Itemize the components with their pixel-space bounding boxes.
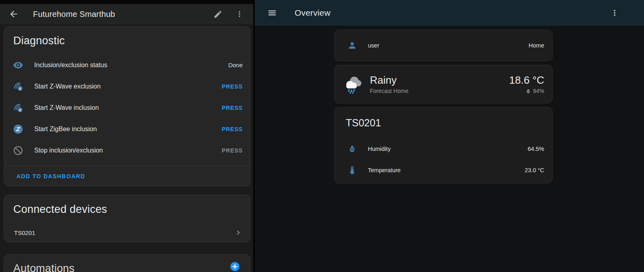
- dashboard-overflow-menu-button[interactable]: [609, 7, 620, 19]
- pencil-icon: [213, 10, 223, 19]
- automations-card: Automations: [4, 254, 250, 272]
- diagnostic-card: Diagnostic Inclusion/exclusion status Do…: [4, 27, 250, 186]
- screen: Futurehome Smarthub Diagnostic: [0, 0, 644, 272]
- arrow-left-icon: [8, 9, 19, 19]
- entity-state: Home: [528, 42, 544, 49]
- zwave-icon: z: [13, 103, 23, 113]
- sensor-label: Humidity: [368, 146, 390, 152]
- automations-title: Automations: [4, 255, 250, 272]
- entity-name: user: [368, 42, 379, 49]
- plus-circle-icon: [229, 261, 240, 272]
- thermometer-icon: [347, 165, 357, 175]
- device-list-item[interactable]: TS0201: [4, 223, 250, 242]
- edit-button[interactable]: [212, 8, 223, 20]
- humidity-row[interactable]: Humidity 64.5%: [334, 138, 552, 159]
- press-button[interactable]: PRESS: [222, 83, 243, 90]
- weather-rainy-icon: [343, 74, 363, 94]
- sidebar-menu-button[interactable]: [266, 7, 278, 19]
- weather-condition: Rainy: [370, 74, 409, 87]
- dashboard-cards-column: user Home: [334, 30, 553, 183]
- row-label: Start Z-Wave inclusion: [34, 104, 99, 111]
- weather-temperature: 18.6 °C: [509, 74, 544, 87]
- connected-devices-card: Connected devices TS0201: [4, 195, 250, 242]
- weather-source: Forecast Home: [370, 88, 409, 94]
- back-button[interactable]: [8, 8, 19, 20]
- zwave-inclusion-row: z Start Z-Wave inclusion PRESS: [4, 97, 250, 118]
- eye-icon: [13, 60, 23, 70]
- status-bar-strip: [0, 0, 253, 4]
- svg-text:z: z: [19, 87, 21, 91]
- zigbee-icon: Z: [13, 124, 23, 134]
- zwave-exclusion-row: z Start Z-Wave exclusion PRESS: [4, 76, 250, 97]
- user-entity-card[interactable]: user Home: [334, 30, 553, 61]
- press-button[interactable]: PRESS: [222, 126, 243, 132]
- row-label: Stop inclusion/exclusion: [34, 147, 103, 154]
- left-app-header: Futurehome Smarthub: [0, 4, 253, 24]
- block-icon: [13, 145, 23, 156]
- right-app-panel: Overview user Home: [255, 0, 644, 272]
- sensor-value: 64.5%: [528, 146, 544, 152]
- weather-card[interactable]: Rainy Forecast Home 18.6 °C 94%: [334, 65, 553, 103]
- row-label: Inclusion/exclusion status: [34, 62, 107, 69]
- row-label: Start Z-Wave exclusion: [34, 83, 101, 90]
- device-name: TS0201: [14, 229, 35, 236]
- zwave-icon: z: [13, 81, 23, 92]
- account-icon: [347, 40, 357, 51]
- svg-text:z: z: [19, 108, 21, 112]
- sensor-label: Temperature: [368, 167, 400, 173]
- add-to-dashboard-button[interactable]: ADD TO DASHBOARD: [17, 173, 85, 179]
- chevron-right-icon: [234, 228, 243, 237]
- add-automation-button[interactable]: [229, 261, 240, 272]
- overflow-menu-button[interactable]: [234, 8, 245, 20]
- dashboard-title: Overview: [295, 8, 330, 18]
- diagnostic-card-title: Diagnostic: [4, 27, 250, 54]
- row-value: Done: [228, 62, 243, 68]
- sensor-value: 23.0 °C: [524, 167, 544, 173]
- left-app-panel: Futurehome Smarthub Diagnostic: [0, 0, 253, 272]
- page-title: Futurehome Smarthub: [33, 10, 115, 19]
- svg-text:Z: Z: [16, 126, 20, 132]
- water-percent-icon: [525, 88, 531, 94]
- connected-devices-title: Connected devices: [4, 195, 250, 223]
- press-button-disabled: PRESS: [222, 147, 243, 154]
- row-label: Start ZigBee inclusion: [34, 126, 97, 133]
- right-app-header: Overview: [255, 0, 644, 26]
- diagnostic-card-footer: ADD TO DASHBOARD: [4, 166, 250, 186]
- water-percent-icon: [347, 144, 357, 154]
- temperature-row[interactable]: Temperature 23.0 °C: [334, 159, 552, 181]
- zigbee-inclusion-row: Z Start ZigBee inclusion PRESS: [4, 118, 250, 140]
- dots-vertical-icon: [610, 8, 619, 17]
- press-button[interactable]: PRESS: [222, 105, 243, 111]
- weather-humidity: 94%: [533, 88, 544, 94]
- sensor-card-title: TS0201: [334, 107, 552, 138]
- sensor-device-card: TS0201 Humidity 64.5%: [334, 107, 553, 183]
- inclusion-status-row: Inclusion/exclusion status Done: [4, 54, 250, 76]
- menu-icon: [267, 8, 277, 18]
- dots-vertical-icon: [235, 10, 244, 19]
- stop-inclusion-row: Stop inclusion/exclusion PRESS: [4, 140, 250, 161]
